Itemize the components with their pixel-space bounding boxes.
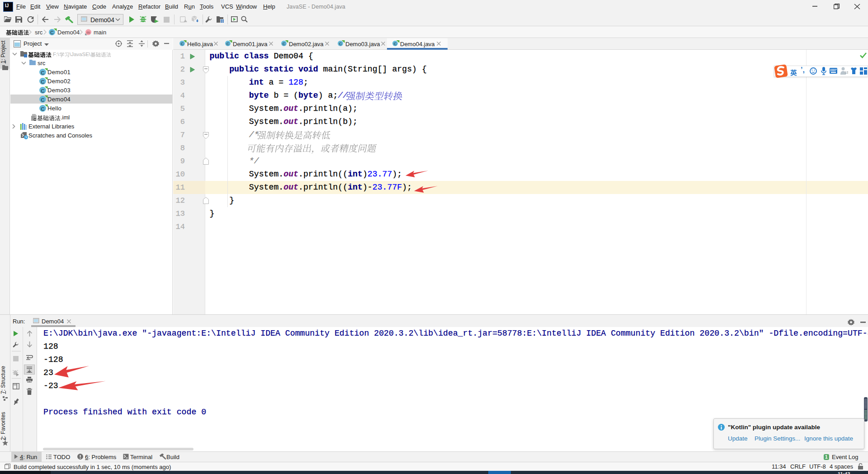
svg-text:C: C: [181, 42, 184, 46]
svg-text:C: C: [41, 88, 45, 94]
svg-text:C: C: [283, 42, 286, 46]
svg-text:C: C: [41, 79, 45, 85]
svg-text:C: C: [41, 70, 45, 76]
svg-text:15: 15: [845, 71, 849, 75]
svg-text:C: C: [339, 42, 342, 46]
svg-text:C: C: [394, 42, 397, 46]
svg-text:C: C: [226, 42, 230, 46]
svg-text:C: C: [41, 106, 45, 112]
svg-text:m: m: [87, 30, 90, 35]
svg-text:C: C: [41, 97, 45, 103]
svg-text:C: C: [50, 30, 54, 35]
